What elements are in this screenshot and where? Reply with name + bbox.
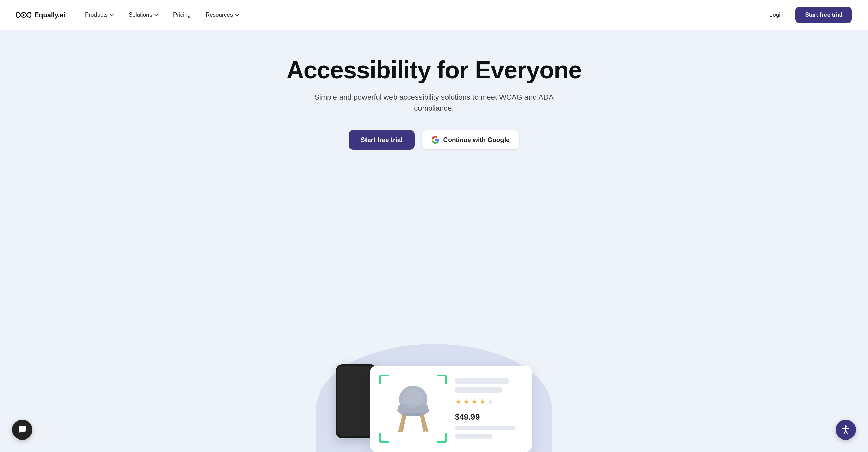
logo-link[interactable]: Equally.ai <box>16 10 65 19</box>
svg-point-0 <box>23 14 25 16</box>
hero-section: Accessibility for Everyone Simple and po… <box>0 30 868 452</box>
product-price: $49.99 <box>455 412 522 422</box>
product-info: ★ ★ ★ ★ ★ $49.99 <box>455 375 522 443</box>
logo-icon <box>16 10 31 19</box>
hero-buttons: Start free trial Continue with Google <box>349 130 519 150</box>
hero-cta-button[interactable]: Start free trial <box>349 130 415 150</box>
scan-corner-br <box>437 433 447 443</box>
skeleton-extra <box>455 434 492 439</box>
star-2: ★ <box>463 397 470 406</box>
scan-frame <box>379 375 447 443</box>
skeleton-desc <box>455 387 502 393</box>
svg-marker-10 <box>19 432 20 433</box>
google-signin-label: Continue with Google <box>443 136 510 144</box>
nav-links: Products Solutions Pricing Resources <box>79 9 764 21</box>
stars-row: ★ ★ ★ ★ ★ <box>455 397 522 406</box>
svg-rect-9 <box>19 426 26 432</box>
resources-chevron-icon <box>235 14 239 16</box>
solutions-chevron-icon <box>154 14 158 16</box>
svg-line-15 <box>846 431 847 434</box>
hero-subtitle: Simple and powerful web accessibility so… <box>306 92 562 114</box>
star-4: ★ <box>479 397 486 406</box>
nav-solutions[interactable]: Solutions <box>123 9 164 21</box>
hero-title: Accessibility for Everyone <box>287 57 581 83</box>
product-image-wrapper <box>379 375 447 443</box>
logo-text: Equally.ai <box>34 11 65 19</box>
star-1: ★ <box>455 397 462 406</box>
star-3: ★ <box>471 397 478 406</box>
scan-corner-bl <box>379 433 389 443</box>
star-5: ★ <box>487 397 494 406</box>
nav-right: Login Start free trial <box>764 7 852 23</box>
main-nav: Equally.ai Products Solutions Pricing Re… <box>0 0 868 30</box>
accessibility-fab[interactable] <box>836 420 856 440</box>
scan-corner-tl <box>379 375 389 384</box>
nav-products[interactable]: Products <box>79 9 120 21</box>
nav-cta-button[interactable]: Start free trial <box>795 7 852 23</box>
nav-resources[interactable]: Resources <box>199 9 245 21</box>
google-signin-button[interactable]: Continue with Google <box>422 130 519 150</box>
google-icon <box>431 136 439 144</box>
demo-area: ★ ★ ★ ★ ★ $49.99 <box>0 170 868 452</box>
accessibility-icon <box>841 425 851 435</box>
svg-line-14 <box>844 431 846 434</box>
scan-corner-tr <box>437 375 447 384</box>
chat-icon <box>18 425 27 434</box>
nav-pricing[interactable]: Pricing <box>167 9 197 21</box>
login-link[interactable]: Login <box>764 9 789 21</box>
product-card: ★ ★ ★ ★ ★ $49.99 <box>370 366 532 452</box>
skeleton-title <box>455 378 509 384</box>
skeleton-add <box>455 426 516 430</box>
chat-fab[interactable] <box>12 420 32 440</box>
products-chevron-icon <box>110 14 114 16</box>
